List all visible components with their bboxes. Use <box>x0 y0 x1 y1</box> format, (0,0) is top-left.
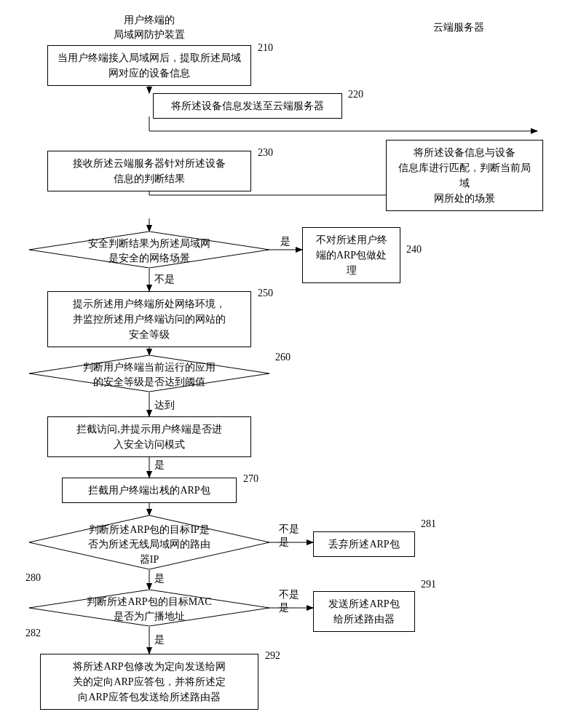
step-210-text: 当用户终端接入局域网后，提取所述局域网对应的设备信息 <box>58 52 241 79</box>
decision-target-mac: 判断所述ARP包的目标MAC 是否为广播地址 <box>29 590 269 626</box>
step-220-text: 将所述设备信息发送至云端服务器 <box>171 100 324 111</box>
num-240: 240 <box>406 244 422 256</box>
num-220: 220 <box>348 89 363 100</box>
lane-right-title: 云端服务器 <box>408 20 510 35</box>
edge-no-3: 不是 是 <box>279 588 299 614</box>
decision-safe-scene: 安全判断结果为所述局域网 是安全的网络场景 <box>29 232 269 268</box>
decision-target-ip: 判断所述ARP包的目标IP是 否为所述无线局域网的路由 器IP <box>29 515 269 569</box>
num-281: 281 <box>421 518 436 530</box>
step-270: 拦截用户终端出栈的ARP包 <box>62 478 237 503</box>
num-250: 250 <box>258 288 273 299</box>
lane-left-l2: 局域网防护装置 <box>114 29 185 40</box>
edge-no-2: 不是 是 <box>279 523 299 549</box>
edge-yes-2: 是 <box>154 459 165 472</box>
step-250: 提示所述用户终端所处网络环境， 并监控所述用户终端访问的网站的 安全等级 <box>47 291 251 347</box>
step-240: 不对所述用户终 端的ARP包做处 理 <box>302 227 400 283</box>
lane-left-title: 用户终端的 局域网防护装置 <box>73 13 226 41</box>
step-270-text: 拦截用户终端出栈的ARP包 <box>88 485 210 496</box>
decision-sec-level: 判断用户终端当前运行的应用 的安全等级是否达到阈值 <box>29 355 269 392</box>
num-291: 291 <box>421 579 436 590</box>
num-210: 210 <box>258 42 273 54</box>
num-280: 280 <box>25 572 41 584</box>
step-292: 将所述ARP包修改为定向发送给网 关的定向ARP应答包，并将所述定 向ARP应答… <box>40 654 258 710</box>
edge-yes-1: 是 <box>280 235 291 248</box>
step-230: 接收所述云端服务器针对所述设备 信息的判断结果 <box>47 151 251 191</box>
num-260: 260 <box>275 352 291 363</box>
step-210: 当用户终端接入局域网后，提取所述局域网对应的设备信息 <box>47 45 251 86</box>
step-cloud-match: 将所述设备信息与设备 信息库进行匹配，判断当前局域 网所处的场景 <box>386 140 543 211</box>
edge-no-1: 不是 <box>154 273 175 286</box>
step-intercept-prompt: 拦截访问,并提示用户终端是否进 入安全访问模式 <box>47 416 251 457</box>
step-220: 将所述设备信息发送至云端服务器 <box>153 93 342 119</box>
edge-yes-4: 是 <box>154 633 165 646</box>
step-281: 丢弃所述ARP包 <box>313 531 415 557</box>
step-281-text: 丢弃所述ARP包 <box>328 539 399 550</box>
num-282: 282 <box>25 628 41 639</box>
num-292: 292 <box>265 650 280 662</box>
edge-yes-3: 是 <box>154 572 165 585</box>
num-230: 230 <box>258 147 273 159</box>
num-270: 270 <box>243 473 258 485</box>
lane-left-l1: 用户终端的 <box>124 15 175 25</box>
edge-reach: 达到 <box>154 399 175 412</box>
step-291: 发送所述ARP包 给所述路由器 <box>313 591 415 632</box>
